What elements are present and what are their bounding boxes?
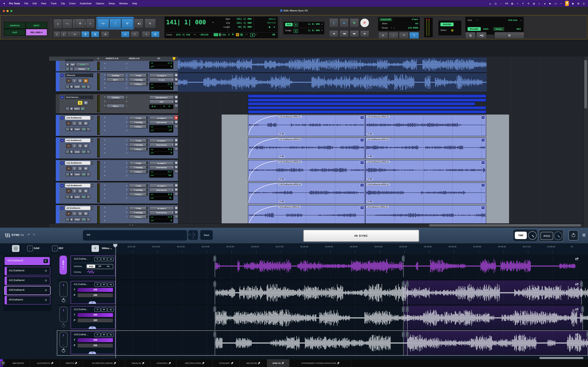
send-button-1[interactable]: V VerbBig: [129, 78, 148, 82]
clip-gain-label[interactable]: ⦏ 0 dB: [278, 178, 285, 180]
send-button-2[interactable]: V Delay 1: [129, 125, 148, 128]
track-small-button-1[interactable]: ✱: [69, 150, 73, 154]
syncvx-waveform-lane[interactable]: ⋮⋮: [115, 255, 588, 277]
vol-value[interactable]: -4.5: [167, 216, 172, 218]
cloud-icon[interactable]: ◍: [533, 2, 535, 5]
vol-value[interactable]: 0.0: [168, 193, 172, 196]
insert-power-dot[interactable]: [104, 148, 105, 149]
main-counter-menu-icon[interactable]: ▾: [213, 21, 214, 24]
track-small-button-3[interactable]: red: [81, 85, 86, 89]
track-small-button-2[interactable]: wave: [73, 150, 81, 154]
pan-value[interactable]: 0: [171, 219, 172, 222]
solo-button[interactable]: S: [78, 100, 83, 105]
ref-sort-icon[interactable]: ↕: [52, 246, 58, 251]
mute-badge[interactable]: M: [240, 33, 243, 36]
save-preset-button[interactable]: Save: [200, 230, 213, 240]
strength-value[interactable]: 100%: [483, 28, 488, 30]
master-vol-value[interactable]: -0.6: [151, 105, 156, 108]
main-counter[interactable]: 141| 1| 000: [166, 19, 206, 26]
elastic-audio-clip-icon[interactable]: ≈: [360, 206, 364, 210]
sync-anchor-handle[interactable]: ⋮: [402, 256, 405, 261]
elastic-audio-clip-icon[interactable]: ≈: [481, 161, 485, 165]
stop-button[interactable]: ■: [339, 18, 349, 27]
output-selector[interactable]: V Love⦏: [149, 78, 174, 82]
plugin-tab-spectralayers[interactable]: SPECTRALAYERS: [177, 359, 213, 367]
add-row-button[interactable]: +: [174, 192, 178, 196]
track-color-stripe[interactable]: [56, 160, 60, 181]
syncvx-playhead-marker[interactable]: [113, 244, 117, 248]
insert-power-dot[interactable]: [104, 87, 105, 88]
elastic-audio-clip-icon[interactable]: ≈: [481, 116, 485, 119]
sync-anchor-handle[interactable]: ⋮: [406, 282, 409, 287]
input-monitor-button[interactable]: I: [72, 211, 77, 216]
denoise-option-auto[interactable]: Auto: [87, 265, 95, 268]
row-gain-fader-icon[interactable]: [575, 282, 579, 287]
track-collapse-arrow[interactable]: ▼: [60, 184, 64, 187]
track-collapse-arrow[interactable]: ▼: [60, 139, 64, 142]
insert-button-0[interactable]: ChnlStrp: [106, 73, 125, 77]
insertion-follows-playback-button[interactable]: ⇅: [81, 31, 89, 37]
clock-icon[interactable]: ◷: [582, 2, 585, 5]
menu-item-view[interactable]: View: [41, 2, 46, 5]
track-name[interactable]: A12 EndHarm4: [65, 161, 93, 165]
online-button[interactable]: (: [329, 18, 338, 27]
track-small-button-2[interactable]: wave: [73, 173, 81, 176]
send-button-0[interactable]: V Verb: [129, 184, 148, 188]
visibility-eye-icon[interactable]: ◎: [43, 259, 48, 263]
elastic-audio-clip-icon[interactable]: ≈: [360, 161, 364, 165]
time-mode-button[interactable]: TIME: [515, 232, 527, 239]
tempo-value[interactable]: 129.0000: [408, 26, 418, 29]
row-gain-fader-icon[interactable]: [575, 307, 579, 312]
insert-power-dot[interactable]: [104, 79, 105, 80]
grid2-menu-icon[interactable]: ▾: [520, 19, 521, 21]
insert-power-dot[interactable]: [104, 198, 105, 199]
scrubber-tool[interactable]: ◄): [134, 18, 144, 28]
tab-to-transient-button[interactable]: ⇥: [70, 31, 79, 37]
pan-value[interactable]: 0: [171, 65, 172, 68]
zoom-control-1[interactable]: 〜↕: [62, 19, 72, 29]
syncvx-hscrollbar[interactable]: [115, 357, 585, 359]
input-monitor-button[interactable]: I: [72, 166, 77, 171]
record-enable-button[interactable]: ●: [66, 211, 71, 216]
send-button-2[interactable]: V Delay 1: [129, 215, 148, 219]
elastic-audio-clip-icon[interactable]: ≈: [481, 206, 485, 210]
insert-power-dot[interactable]: [104, 193, 105, 194]
time-amount-slider[interactable]: 100: [77, 288, 113, 292]
solo-button[interactable]: S: [78, 144, 83, 148]
audio-clip[interactable]: A18 EndHarm5-ePRO-04≈⦏ 0 dB: [248, 183, 365, 204]
swing-value[interactable]: 86%: [517, 28, 521, 30]
playlist-view-button[interactable]: ▣: [174, 138, 178, 142]
menu-item-clip[interactable]: Clip: [61, 2, 65, 5]
track-small-button-4[interactable]: ≈: [86, 127, 90, 131]
insert-button-2[interactable]: PSA-1: [106, 104, 125, 108]
output-selector[interactable]: End Harrms⦏: [149, 120, 174, 124]
end-value[interactable]: 151| 1| 000: [236, 22, 252, 24]
group-badge[interactable]: 1⌄: [60, 332, 68, 347]
input-monitor-button[interactable]: I: [72, 189, 77, 193]
plugin-tab-melodyne[interactable]: MELODYNE: [240, 359, 267, 367]
send-button-1[interactable]: V VerbBig: [129, 210, 148, 215]
sync-anchor-handle[interactable]: ⋮: [406, 307, 409, 312]
syncvx-track-item-a11-endharm3[interactable]: A11 EndHarm3◎: [5, 267, 50, 275]
row-power-button[interactable]: [62, 349, 65, 352]
menu-item-options[interactable]: Options: [96, 2, 104, 5]
edit-hscroll-thumb[interactable]: [429, 224, 581, 226]
comments-button[interactable]: ▤: [174, 120, 178, 124]
insert-power-dot[interactable]: [104, 105, 105, 106]
insert-power-dot[interactable]: [104, 117, 105, 118]
solo-button[interactable]: S: [94, 308, 100, 312]
mute-button[interactable]: M: [83, 211, 88, 216]
record-enable-button[interactable]: ●: [66, 189, 71, 193]
add-row-button[interactable]: +: [174, 169, 178, 173]
input-selector[interactable]: no input ▾: [149, 184, 174, 188]
zoom-preset-1[interactable]: 1: [53, 31, 60, 37]
row-power-button[interactable]: [62, 299, 65, 302]
plugin-menu-icon[interactable]: [582, 233, 586, 237]
input-selector[interactable]: no input ▾: [149, 73, 174, 77]
elastic-audio-clip-icon[interactable]: ≈: [360, 138, 364, 142]
track-color-stripe[interactable]: [56, 72, 60, 92]
send-button-2[interactable]: V Delay 1: [129, 147, 148, 151]
toggles-icon[interactable]: ⊞: [577, 2, 580, 5]
track-name[interactable]: A10 EndHarm2: [65, 116, 93, 120]
input-monitor-button[interactable]: I: [72, 144, 77, 148]
